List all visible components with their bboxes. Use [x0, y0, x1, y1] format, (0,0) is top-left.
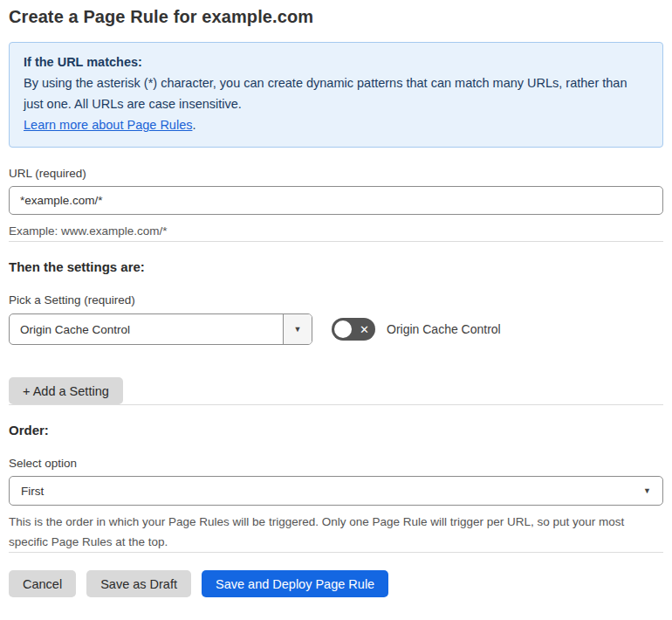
learn-more-link[interactable]: Learn more about Page Rules: [24, 118, 192, 132]
order-select-value: First: [21, 485, 643, 498]
save-deploy-button[interactable]: Save and Deploy Page Rule: [202, 570, 388, 597]
url-example-hint: Example: www.example.com/*: [9, 221, 663, 241]
toggle-knob: [334, 320, 352, 338]
setting-select-value: Origin Cache Control: [10, 323, 283, 336]
order-select-label: Select option: [9, 457, 663, 470]
order-select[interactable]: First ▼: [9, 476, 663, 506]
url-label: URL (required): [9, 167, 663, 180]
pick-setting-label: Pick a Setting (required): [9, 293, 663, 307]
divider: [9, 552, 663, 553]
settings-section-heading: Then the settings are:: [9, 259, 663, 274]
origin-cache-control-toggle[interactable]: ✕: [332, 318, 375, 341]
info-box-heading: If the URL matches:: [24, 52, 648, 72]
toggle-label: Origin Cache Control: [387, 322, 501, 336]
divider: [9, 404, 663, 405]
save-draft-button[interactable]: Save as Draft: [86, 570, 191, 597]
setting-row: Origin Cache Control ▼ ✕ Origin Cache Co…: [9, 313, 663, 345]
chevron-down-icon: ▼: [294, 326, 302, 334]
create-page-rule-form: Create a Page Rule for example.com If th…: [0, 7, 672, 597]
cancel-button[interactable]: Cancel: [9, 570, 76, 597]
add-setting-button[interactable]: + Add a Setting: [9, 377, 123, 404]
url-match-info-box: If the URL matches: By using the asteris…: [9, 42, 663, 148]
info-link-line: Learn more about Page Rules.: [24, 114, 648, 135]
order-help-text: This is the order in which your Page Rul…: [9, 512, 660, 552]
link-suffix: .: [192, 118, 195, 132]
divider: [9, 241, 663, 242]
toggle-off-icon: ✕: [360, 324, 369, 335]
setting-select[interactable]: Origin Cache Control ▼: [9, 313, 312, 345]
order-section-heading: Order:: [9, 423, 663, 437]
info-box-body: By using the asterisk (*) character, you…: [24, 72, 648, 114]
page-title: Create a Page Rule for example.com: [9, 7, 663, 27]
url-input[interactable]: [9, 186, 663, 215]
footer-actions: Cancel Save as Draft Save and Deploy Pag…: [9, 570, 663, 597]
setting-select-caret-button[interactable]: ▼: [283, 314, 312, 344]
chevron-down-icon: ▼: [643, 487, 651, 495]
